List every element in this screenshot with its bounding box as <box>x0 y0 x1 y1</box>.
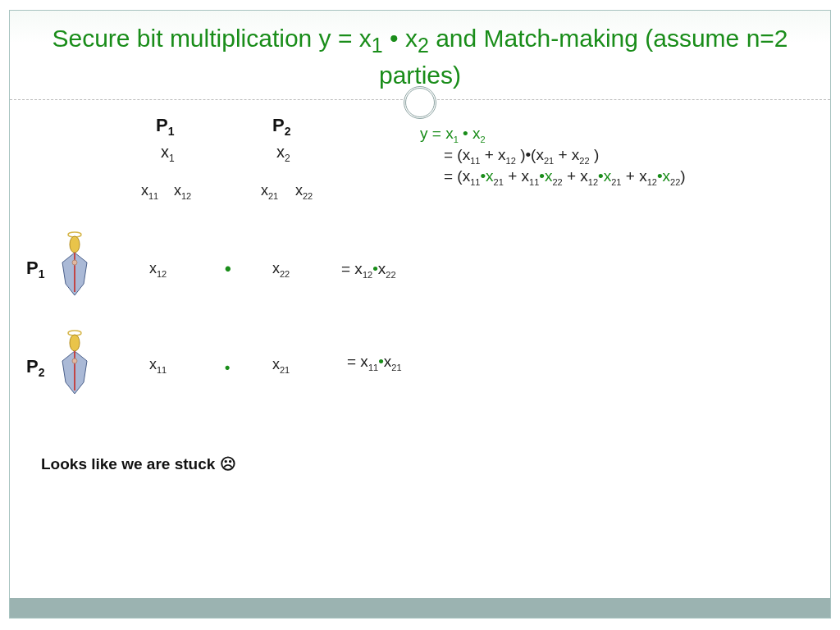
header-P1: P1 <box>156 115 174 138</box>
title-sub1: 1 <box>372 34 383 57</box>
title-sub2: 2 <box>418 34 429 57</box>
title-text-a: Secure bit multiplication y = x <box>52 25 371 52</box>
slide: Secure bit multiplication y = x1 • x2 an… <box>9 10 831 619</box>
derivation-line3: = (x11•x21 + x11•x22 + x12•x21 + x12•x22… <box>444 167 686 187</box>
header-P2: P2 <box>272 115 290 138</box>
shares-x11: x11 <box>141 182 158 201</box>
row-P1-label: P1 <box>26 258 44 281</box>
shares-x22: x22 <box>295 182 313 201</box>
header-x2: x2 <box>276 143 290 164</box>
row-P2-label: P2 <box>26 356 44 379</box>
stuck-text: Looks like we are stuck ☹ <box>41 454 236 473</box>
shares-x12: x12 <box>174 182 191 201</box>
angel-icon-2 <box>57 328 85 392</box>
title-text-c: and Match-making (assume n=2 parties) <box>379 25 788 89</box>
derivation-line2: = (x11 + x12 )•(x21 + x22 ) <box>444 146 599 166</box>
svg-point-5 <box>70 335 80 351</box>
row2-x11: x11 <box>149 356 167 375</box>
row1-x22: x22 <box>272 260 290 279</box>
row2-eq: = x11•x21 <box>347 353 402 372</box>
row1-x12: x12 <box>149 260 167 279</box>
derivation-line1: y = x1 • x2 <box>420 125 486 144</box>
row1-eq: = x12•x22 <box>341 260 396 280</box>
row2-dot: • <box>225 359 230 377</box>
row2-x21: x21 <box>272 356 290 375</box>
svg-point-3 <box>72 260 77 265</box>
content: P1 P2 x1 x2 x11 x12 x21 x22 y = x1 • x2 … <box>10 100 830 559</box>
shares-x21: x21 <box>261 182 278 201</box>
bottom-bar <box>10 598 830 618</box>
angel-icon-1 <box>57 230 85 294</box>
row1-dot: • <box>225 258 231 280</box>
title-text-b: • x <box>383 25 418 52</box>
svg-point-7 <box>72 358 77 363</box>
header-x1: x1 <box>161 143 175 164</box>
svg-point-1 <box>70 236 80 253</box>
